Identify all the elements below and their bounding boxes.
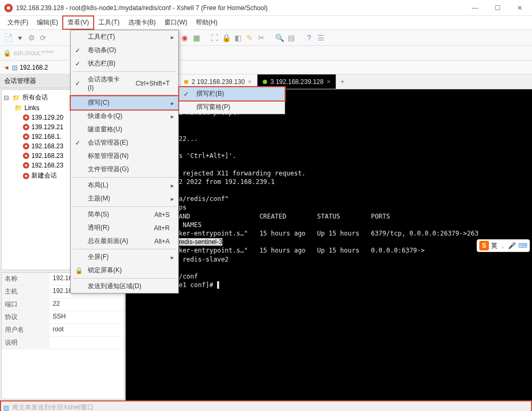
dropdown-item[interactable]: 撰写(C)▸	[70, 95, 179, 111]
dropdown-shortcut: Alt+S	[154, 211, 170, 219]
session-label: 139.129.20	[31, 114, 63, 121]
dropdown-item[interactable]: 简单(S)Alt+S	[71, 208, 178, 221]
prop-label: 名称	[2, 273, 49, 285]
dropdown-label: 文件管理器(G)	[88, 165, 155, 174]
menu-tabs[interactable]: 选项卡(B)	[124, 16, 160, 29]
menu-help[interactable]: 帮助(H)	[192, 16, 222, 29]
dropdown-item[interactable]: 快速命令(Q)▸	[71, 110, 178, 123]
tool-icon-7[interactable]: ✎	[245, 33, 254, 43]
tool-icon-10[interactable]: ☰	[316, 33, 326, 43]
new-icon[interactable]: 📄	[3, 33, 13, 43]
dropdown-label: 撰写(C)	[88, 98, 152, 107]
help-icon[interactable]: ?	[304, 33, 314, 43]
expand-icon[interactable]: ⊟	[4, 94, 10, 102]
new-session-label: 新建会话	[31, 171, 57, 180]
prop-label: 用户名	[2, 324, 49, 336]
submenu-item[interactable]: ✓撰写栏(B)	[178, 86, 286, 102]
ime-icon: S	[479, 241, 489, 250]
dropdown-label: 工具栏(T)	[88, 32, 152, 41]
tree-root-label: 所有会话	[22, 93, 48, 102]
session-label: 192.168.23	[31, 162, 63, 169]
submenu-label: 撰写栏(B)	[196, 89, 280, 98]
dropdown-item[interactable]: 🔒锁定屏幕(K)	[71, 264, 178, 277]
menu-tools[interactable]: 工具(T)	[94, 16, 123, 29]
addressbar-text[interactable]: ssh://root:*****	[13, 49, 54, 57]
dropdown-label: 全屏(F)	[88, 253, 152, 262]
dropdown-icon[interactable]: ▾	[15, 33, 24, 43]
dropdown-item[interactable]: 布局(L)▸	[71, 179, 178, 192]
tab-close-icon[interactable]: ×	[327, 78, 330, 86]
dropdown-label: 会话选项卡(I)	[88, 75, 121, 91]
compose-icon: ▤	[3, 404, 9, 412]
menu-view[interactable]: 查看(V)	[62, 15, 94, 30]
dropdown-item[interactable]: 透明(R)Alt+R	[71, 221, 178, 234]
compose-submenu: ✓撰写栏(B)撰写窗格(P)	[179, 87, 285, 114]
dropdown-shortcut: Ctrl+Shift+T	[136, 80, 170, 87]
ime-punct-icon[interactable]: ，	[500, 241, 506, 250]
dropdown-item[interactable]: 标签管理器(N)	[71, 149, 178, 163]
tool-icon[interactable]: ⚙	[27, 33, 36, 43]
history-back-icon[interactable]: ◄	[3, 64, 10, 71]
minimize-button[interactable]: —	[467, 3, 483, 13]
submenu-arrow-icon: ▸	[171, 99, 174, 107]
tool-icon-3[interactable]: ◉	[180, 33, 189, 43]
dropdown-item[interactable]: ✓卷动条(O)	[71, 44, 178, 57]
dropdown-item[interactable]: ✓会话管理器(E)	[71, 136, 178, 149]
dropdown-label: 会话管理器(E)	[88, 138, 155, 147]
titlebar-text: 192.168.239.128 - root@k8s-node1:/mydata…	[16, 4, 467, 12]
tree-links-label: Links	[24, 104, 39, 112]
dropdown-label: 快速命令(Q)	[88, 112, 152, 121]
session-icon	[23, 124, 29, 130]
session-icon	[23, 153, 29, 159]
search-icon[interactable]: 🔍	[275, 33, 284, 43]
app-icon	[4, 4, 13, 12]
dropdown-label: 卷动条(O)	[88, 46, 155, 55]
dropdown-item[interactable]: 隧道窗格(U)	[71, 123, 178, 136]
ime-label: 英	[491, 241, 497, 250]
tool-icon-4[interactable]: ▦	[192, 33, 201, 43]
dropdown-item[interactable]: ✓状态栏(B)	[71, 57, 178, 70]
submenu-item[interactable]: 撰写窗格(P)	[179, 100, 285, 114]
tool-icon-8[interactable]: ✂	[256, 33, 266, 43]
menu-edit[interactable]: 编辑(E)	[32, 16, 62, 29]
history-text[interactable]: 192.168.2	[20, 64, 48, 71]
dropdown-item[interactable]: 发送到通知区域(D)	[71, 280, 178, 293]
tab-close-icon[interactable]: ×	[248, 78, 252, 86]
close-button[interactable]: ✕	[512, 3, 528, 13]
ime-mic-icon[interactable]: 🎤	[508, 242, 516, 249]
dropdown-item[interactable]: 主题(M)▸	[71, 192, 178, 205]
tool-icon-6[interactable]: ◧	[233, 33, 243, 43]
dropdown-label: 隧道窗格(U)	[88, 125, 155, 134]
prop-label: 端口	[2, 298, 49, 311]
titlebar: 192.168.239.128 - root@k8s-node1:/mydata…	[0, 0, 532, 16]
ime-keyboard-icon[interactable]: ⌨	[518, 242, 527, 249]
dropdown-label: 简单(S)	[88, 210, 139, 219]
dropdown-item[interactable]: 总在最前面(A)Alt+A	[71, 234, 178, 248]
dropdown-item[interactable]: 全屏(F)▸	[71, 250, 178, 264]
prop-row: 端口22	[2, 298, 124, 311]
tab-add-button[interactable]: +	[336, 74, 348, 89]
terminal-output[interactable]: ter, Inc. All rights reserved. arn how t…	[126, 89, 532, 400]
menu-window[interactable]: 窗口(W)	[160, 16, 192, 29]
check-icon: ✓	[184, 90, 192, 98]
dropdown-item[interactable]: 文件管理器(G)	[71, 163, 178, 176]
check-icon: ✓	[75, 60, 84, 68]
submenu-arrow-icon: ▸	[171, 182, 174, 189]
lock-icon[interactable]: 🔒	[221, 33, 231, 43]
session-label: 139.129.21	[31, 123, 63, 131]
dropdown-item[interactable]: 工具栏(T)▸	[71, 30, 178, 44]
tool-icon-2[interactable]: ⟳	[38, 33, 48, 43]
session-label: 192.168.1.	[31, 133, 62, 140]
ime-panel[interactable]: S 英 ， 🎤 ⌨	[477, 239, 530, 252]
compose-bar[interactable]: ▤ 将文本发送到全部Xshell窗口	[0, 400, 532, 411]
tool-icon-9[interactable]: ▤	[286, 33, 296, 43]
tool-icon-5[interactable]: ⛶	[210, 33, 219, 43]
menu-file[interactable]: 文件(F)	[3, 16, 32, 29]
submenu-label: 撰写窗格(P)	[196, 103, 280, 112]
maximize-button[interactable]: ☐	[489, 3, 505, 13]
dropdown-item[interactable]: ✓会话选项卡(I)Ctrl+Shift+T	[71, 73, 178, 94]
dropdown-shortcut: Alt+A	[154, 238, 170, 245]
submenu-arrow-icon: ▸	[171, 195, 174, 203]
prop-value	[49, 337, 124, 349]
history-dropdown-icon[interactable]: ▤	[12, 64, 18, 71]
